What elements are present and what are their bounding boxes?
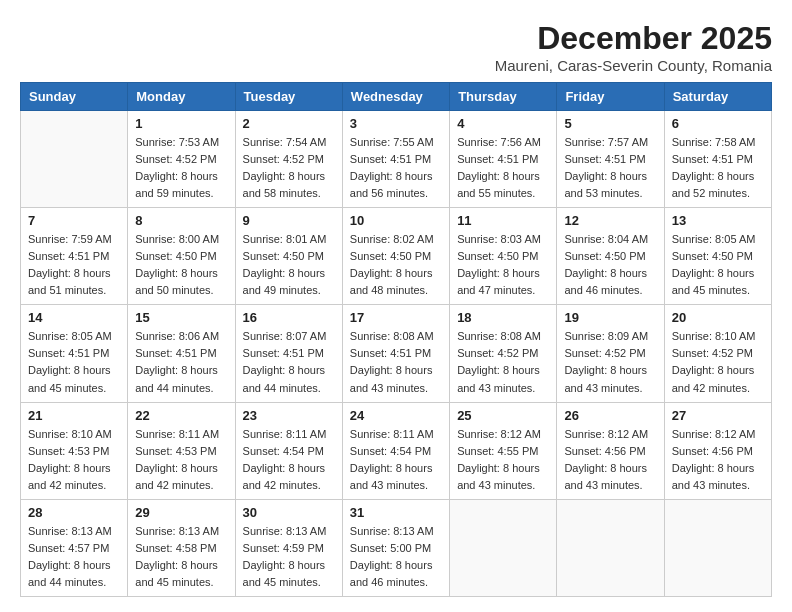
day-info: Sunrise: 8:13 AMSunset: 4:58 PMDaylight:…: [135, 523, 227, 591]
calendar-cell: 14Sunrise: 8:05 AMSunset: 4:51 PMDayligh…: [21, 305, 128, 402]
day-info: Sunrise: 8:11 AMSunset: 4:54 PMDaylight:…: [243, 426, 335, 494]
calendar-cell: [450, 499, 557, 596]
week-row-1: 1Sunrise: 7:53 AMSunset: 4:52 PMDaylight…: [21, 111, 772, 208]
day-info: Sunrise: 8:05 AMSunset: 4:50 PMDaylight:…: [672, 231, 764, 299]
calendar-cell: 7Sunrise: 7:59 AMSunset: 4:51 PMDaylight…: [21, 208, 128, 305]
week-row-3: 14Sunrise: 8:05 AMSunset: 4:51 PMDayligh…: [21, 305, 772, 402]
day-info: Sunrise: 8:00 AMSunset: 4:50 PMDaylight:…: [135, 231, 227, 299]
title-block: December 2025 Maureni, Caras-Severin Cou…: [495, 20, 772, 74]
day-number: 22: [135, 408, 227, 423]
column-header-friday: Friday: [557, 83, 664, 111]
day-info: Sunrise: 7:56 AMSunset: 4:51 PMDaylight:…: [457, 134, 549, 202]
day-number: 8: [135, 213, 227, 228]
day-info: Sunrise: 8:11 AMSunset: 4:53 PMDaylight:…: [135, 426, 227, 494]
day-number: 16: [243, 310, 335, 325]
calendar-cell: 24Sunrise: 8:11 AMSunset: 4:54 PMDayligh…: [342, 402, 449, 499]
column-header-tuesday: Tuesday: [235, 83, 342, 111]
day-info: Sunrise: 8:12 AMSunset: 4:56 PMDaylight:…: [564, 426, 656, 494]
calendar-header-row: SundayMondayTuesdayWednesdayThursdayFrid…: [21, 83, 772, 111]
calendar-cell: 26Sunrise: 8:12 AMSunset: 4:56 PMDayligh…: [557, 402, 664, 499]
day-info: Sunrise: 7:53 AMSunset: 4:52 PMDaylight:…: [135, 134, 227, 202]
calendar-cell: 25Sunrise: 8:12 AMSunset: 4:55 PMDayligh…: [450, 402, 557, 499]
day-number: 7: [28, 213, 120, 228]
calendar-cell: 20Sunrise: 8:10 AMSunset: 4:52 PMDayligh…: [664, 305, 771, 402]
day-number: 5: [564, 116, 656, 131]
calendar-cell: 13Sunrise: 8:05 AMSunset: 4:50 PMDayligh…: [664, 208, 771, 305]
day-number: 31: [350, 505, 442, 520]
day-number: 10: [350, 213, 442, 228]
day-info: Sunrise: 8:13 AMSunset: 4:59 PMDaylight:…: [243, 523, 335, 591]
day-info: Sunrise: 8:06 AMSunset: 4:51 PMDaylight:…: [135, 328, 227, 396]
day-number: 18: [457, 310, 549, 325]
calendar-cell: 19Sunrise: 8:09 AMSunset: 4:52 PMDayligh…: [557, 305, 664, 402]
calendar-cell: 29Sunrise: 8:13 AMSunset: 4:58 PMDayligh…: [128, 499, 235, 596]
calendar-cell: 5Sunrise: 7:57 AMSunset: 4:51 PMDaylight…: [557, 111, 664, 208]
location-subtitle: Maureni, Caras-Severin County, Romania: [495, 57, 772, 74]
day-number: 24: [350, 408, 442, 423]
calendar-cell: 9Sunrise: 8:01 AMSunset: 4:50 PMDaylight…: [235, 208, 342, 305]
calendar-cell: 10Sunrise: 8:02 AMSunset: 4:50 PMDayligh…: [342, 208, 449, 305]
day-number: 13: [672, 213, 764, 228]
day-number: 14: [28, 310, 120, 325]
calendar-cell: 16Sunrise: 8:07 AMSunset: 4:51 PMDayligh…: [235, 305, 342, 402]
calendar-cell: [664, 499, 771, 596]
day-number: 9: [243, 213, 335, 228]
calendar-cell: 2Sunrise: 7:54 AMSunset: 4:52 PMDaylight…: [235, 111, 342, 208]
calendar-cell: 18Sunrise: 8:08 AMSunset: 4:52 PMDayligh…: [450, 305, 557, 402]
column-header-saturday: Saturday: [664, 83, 771, 111]
day-info: Sunrise: 8:13 AMSunset: 4:57 PMDaylight:…: [28, 523, 120, 591]
day-info: Sunrise: 8:08 AMSunset: 4:52 PMDaylight:…: [457, 328, 549, 396]
day-number: 29: [135, 505, 227, 520]
day-number: 30: [243, 505, 335, 520]
day-info: Sunrise: 8:08 AMSunset: 4:51 PMDaylight:…: [350, 328, 442, 396]
day-number: 21: [28, 408, 120, 423]
week-row-5: 28Sunrise: 8:13 AMSunset: 4:57 PMDayligh…: [21, 499, 772, 596]
day-number: 15: [135, 310, 227, 325]
day-number: 11: [457, 213, 549, 228]
day-info: Sunrise: 8:12 AMSunset: 4:55 PMDaylight:…: [457, 426, 549, 494]
day-number: 25: [457, 408, 549, 423]
calendar-cell: 28Sunrise: 8:13 AMSunset: 4:57 PMDayligh…: [21, 499, 128, 596]
day-info: Sunrise: 8:04 AMSunset: 4:50 PMDaylight:…: [564, 231, 656, 299]
day-info: Sunrise: 8:09 AMSunset: 4:52 PMDaylight:…: [564, 328, 656, 396]
column-header-sunday: Sunday: [21, 83, 128, 111]
calendar-cell: 17Sunrise: 8:08 AMSunset: 4:51 PMDayligh…: [342, 305, 449, 402]
day-info: Sunrise: 8:07 AMSunset: 4:51 PMDaylight:…: [243, 328, 335, 396]
column-header-monday: Monday: [128, 83, 235, 111]
calendar-cell: 11Sunrise: 8:03 AMSunset: 4:50 PMDayligh…: [450, 208, 557, 305]
day-info: Sunrise: 8:01 AMSunset: 4:50 PMDaylight:…: [243, 231, 335, 299]
day-info: Sunrise: 8:10 AMSunset: 4:53 PMDaylight:…: [28, 426, 120, 494]
page-header: General Blue December 2025 Maureni, Cara…: [20, 20, 772, 74]
calendar-cell: 31Sunrise: 8:13 AMSunset: 5:00 PMDayligh…: [342, 499, 449, 596]
day-info: Sunrise: 8:02 AMSunset: 4:50 PMDaylight:…: [350, 231, 442, 299]
calendar-cell: 8Sunrise: 8:00 AMSunset: 4:50 PMDaylight…: [128, 208, 235, 305]
day-info: Sunrise: 7:54 AMSunset: 4:52 PMDaylight:…: [243, 134, 335, 202]
day-number: 4: [457, 116, 549, 131]
calendar-table: SundayMondayTuesdayWednesdayThursdayFrid…: [20, 82, 772, 597]
calendar-cell: 22Sunrise: 8:11 AMSunset: 4:53 PMDayligh…: [128, 402, 235, 499]
calendar-cell: 4Sunrise: 7:56 AMSunset: 4:51 PMDaylight…: [450, 111, 557, 208]
day-number: 12: [564, 213, 656, 228]
day-info: Sunrise: 8:03 AMSunset: 4:50 PMDaylight:…: [457, 231, 549, 299]
day-number: 20: [672, 310, 764, 325]
day-info: Sunrise: 8:05 AMSunset: 4:51 PMDaylight:…: [28, 328, 120, 396]
day-info: Sunrise: 8:12 AMSunset: 4:56 PMDaylight:…: [672, 426, 764, 494]
day-number: 28: [28, 505, 120, 520]
column-header-wednesday: Wednesday: [342, 83, 449, 111]
calendar-cell: 21Sunrise: 8:10 AMSunset: 4:53 PMDayligh…: [21, 402, 128, 499]
calendar-cell: [21, 111, 128, 208]
day-info: Sunrise: 8:10 AMSunset: 4:52 PMDaylight:…: [672, 328, 764, 396]
calendar-cell: 27Sunrise: 8:12 AMSunset: 4:56 PMDayligh…: [664, 402, 771, 499]
week-row-4: 21Sunrise: 8:10 AMSunset: 4:53 PMDayligh…: [21, 402, 772, 499]
calendar-cell: 30Sunrise: 8:13 AMSunset: 4:59 PMDayligh…: [235, 499, 342, 596]
day-number: 17: [350, 310, 442, 325]
calendar-cell: 15Sunrise: 8:06 AMSunset: 4:51 PMDayligh…: [128, 305, 235, 402]
calendar-cell: 23Sunrise: 8:11 AMSunset: 4:54 PMDayligh…: [235, 402, 342, 499]
week-row-2: 7Sunrise: 7:59 AMSunset: 4:51 PMDaylight…: [21, 208, 772, 305]
day-number: 1: [135, 116, 227, 131]
day-info: Sunrise: 7:58 AMSunset: 4:51 PMDaylight:…: [672, 134, 764, 202]
day-number: 23: [243, 408, 335, 423]
day-number: 27: [672, 408, 764, 423]
column-header-thursday: Thursday: [450, 83, 557, 111]
calendar-cell: [557, 499, 664, 596]
